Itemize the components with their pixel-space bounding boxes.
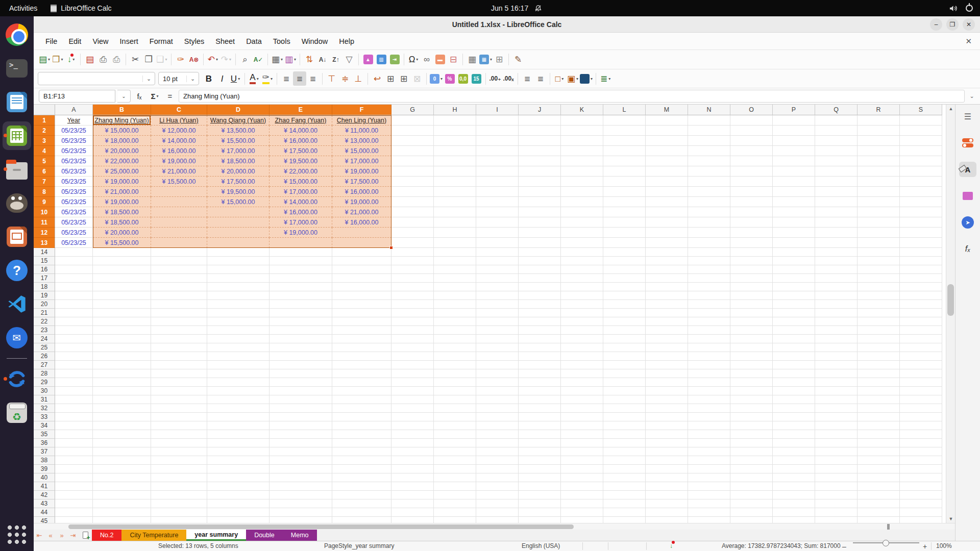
row-header-1[interactable]: 1: [34, 115, 55, 126]
cell-E7[interactable]: ¥ 15,000.00: [270, 177, 332, 187]
cell-R45[interactable]: [857, 517, 900, 523]
cell-O36[interactable]: [730, 439, 773, 447]
autofilter-icon[interactable]: ▽: [342, 53, 356, 67]
cell-D4[interactable]: ¥ 17,000.00: [207, 146, 270, 156]
cell-A26[interactable]: [55, 352, 93, 361]
cell-C5[interactable]: ¥ 19,000.00: [151, 156, 207, 166]
cell-J12[interactable]: [519, 228, 561, 238]
cell-K41[interactable]: [561, 482, 603, 491]
cell-C22[interactable]: [151, 317, 207, 326]
cell-O5[interactable]: [730, 156, 773, 166]
cell-D33[interactable]: [207, 413, 270, 421]
sidebar-tab-properties[interactable]: [959, 135, 976, 151]
chevron-down-icon[interactable]: ▾: [490, 57, 492, 62]
row-header-2[interactable]: 2: [34, 126, 55, 136]
cell-P8[interactable]: [773, 187, 815, 197]
cell-A35[interactable]: [55, 430, 93, 439]
cell-H44[interactable]: [434, 508, 476, 517]
cell-I35[interactable]: [476, 430, 519, 439]
cell-B45[interactable]: [93, 517, 151, 523]
cell-D35[interactable]: [207, 430, 270, 439]
insert-column-icon[interactable]: ▥▾: [284, 53, 297, 67]
cell-F36[interactable]: [332, 439, 391, 447]
cell-M31[interactable]: [646, 395, 688, 404]
cell-E2[interactable]: ¥ 14,000.00: [270, 126, 332, 136]
unsaved-changes-icon[interactable]: ↓: [670, 542, 673, 549]
vertical-scrollbar[interactable]: ▲ ▼: [946, 105, 955, 523]
cell-I33[interactable]: [476, 413, 519, 421]
cell-A37[interactable]: [55, 447, 93, 456]
cell-G17[interactable]: [391, 274, 434, 283]
cell-E8[interactable]: ¥ 17,000.00: [270, 187, 332, 197]
cell-P33[interactable]: [773, 413, 815, 421]
cell-C3[interactable]: ¥ 14,000.00: [151, 136, 207, 146]
cut-icon[interactable]: ✂: [129, 53, 142, 67]
cell-H24[interactable]: [434, 335, 476, 343]
dock-item-vscode[interactable]: [3, 290, 31, 318]
cell-M11[interactable]: [646, 217, 688, 228]
cell-L17[interactable]: [603, 274, 646, 283]
cell-D31[interactable]: [207, 395, 270, 404]
cell-K10[interactable]: [561, 207, 603, 217]
cell-E4[interactable]: ¥ 17,500.00: [270, 146, 332, 156]
column-header-P[interactable]: P: [773, 105, 815, 115]
cell-H17[interactable]: [434, 274, 476, 283]
cell-H42[interactable]: [434, 491, 476, 499]
cell-G30[interactable]: [391, 387, 434, 395]
cell-S17[interactable]: [900, 274, 942, 283]
cell-J26[interactable]: [519, 352, 561, 361]
cell-H27[interactable]: [434, 361, 476, 369]
cell-Q30[interactable]: [815, 387, 857, 395]
menu-view[interactable]: View: [87, 35, 114, 48]
cell-K30[interactable]: [561, 387, 603, 395]
cell-O26[interactable]: [730, 352, 773, 361]
cell-I38[interactable]: [476, 456, 519, 465]
cell-O31[interactable]: [730, 395, 773, 404]
cell-O8[interactable]: [730, 187, 773, 197]
cell-H36[interactable]: [434, 439, 476, 447]
cell-Q19[interactable]: [815, 291, 857, 300]
cell-O12[interactable]: [730, 228, 773, 238]
cell-A42[interactable]: [55, 491, 93, 499]
cell-L27[interactable]: [603, 361, 646, 369]
zoom-slider[interactable]: [853, 542, 919, 543]
cell-O15[interactable]: [730, 257, 773, 265]
menu-tools[interactable]: Tools: [267, 35, 296, 48]
cell-P17[interactable]: [773, 274, 815, 283]
cell-A34[interactable]: [55, 421, 93, 430]
cell-Q42[interactable]: [815, 491, 857, 499]
cell-J16[interactable]: [519, 265, 561, 274]
cell-N18[interactable]: [688, 283, 730, 291]
cell-E19[interactable]: [270, 291, 332, 300]
cell-N40[interactable]: [688, 473, 730, 482]
cell-E22[interactable]: [270, 317, 332, 326]
cell-Q15[interactable]: [815, 257, 857, 265]
cell-E24[interactable]: [270, 335, 332, 343]
cell-Q6[interactable]: [815, 166, 857, 177]
cell-G10[interactable]: [391, 207, 434, 217]
row-header-18[interactable]: 18: [34, 283, 55, 291]
cell-A41[interactable]: [55, 482, 93, 491]
cell-L34[interactable]: [603, 421, 646, 430]
cell-L1[interactable]: [603, 115, 646, 126]
cell-C14[interactable]: [151, 248, 207, 257]
cell-H34[interactable]: [434, 421, 476, 430]
cell-R7[interactable]: [857, 177, 900, 187]
cell-K23[interactable]: [561, 326, 603, 335]
cell-C34[interactable]: [151, 421, 207, 430]
cell-S43[interactable]: [900, 499, 942, 508]
cell-H40[interactable]: [434, 473, 476, 482]
add-sheet-icon[interactable]: [79, 530, 92, 541]
cell-Q38[interactable]: [815, 456, 857, 465]
cell-L45[interactable]: [603, 517, 646, 523]
center-vertically-icon[interactable]: ≑: [338, 71, 352, 86]
cell-J21[interactable]: [519, 309, 561, 317]
cell-M23[interactable]: [646, 326, 688, 335]
cell-H22[interactable]: [434, 317, 476, 326]
select-all-corner[interactable]: [34, 105, 55, 115]
cell-L43[interactable]: [603, 499, 646, 508]
cell-M13[interactable]: [646, 238, 688, 248]
align-left-icon[interactable]: ≡: [280, 71, 293, 86]
sidebar-tab-styles[interactable]: A: [959, 162, 976, 177]
cell-R23[interactable]: [857, 326, 900, 335]
